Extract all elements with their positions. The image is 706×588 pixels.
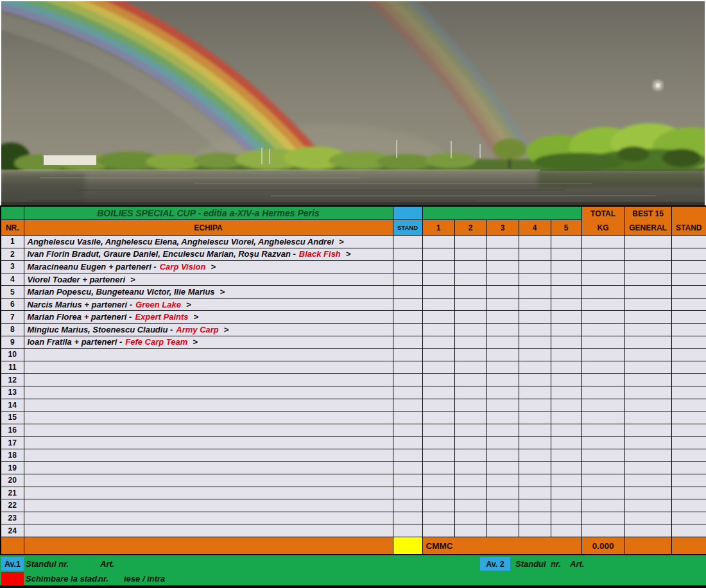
sector-3-cell[interactable] <box>486 349 519 361</box>
sector-4-cell[interactable] <box>519 298 551 311</box>
stand-cell[interactable] <box>393 386 422 399</box>
stand-cell[interactable] <box>393 248 422 261</box>
sector-5-cell[interactable] <box>551 512 581 524</box>
total-kg-cell[interactable] <box>581 437 624 449</box>
row-number-cell[interactable]: 16 <box>1 424 24 437</box>
total-kg-cell[interactable] <box>581 311 624 324</box>
sector-4-cell[interactable] <box>519 399 551 411</box>
team-name-cell[interactable]: Ioan Fratila + parteneri -Fefe Carp Team… <box>24 336 393 349</box>
sector-3-cell[interactable] <box>486 437 519 449</box>
sector-2-cell[interactable] <box>454 524 486 537</box>
stand2-cell[interactable] <box>671 462 706 474</box>
sector-3-cell[interactable] <box>486 374 519 386</box>
team-name-cell[interactable]: Marian Popescu, Bungeteanu Victor, Ilie … <box>24 286 393 298</box>
stand2-cell[interactable] <box>671 474 706 487</box>
stand-cell[interactable] <box>393 462 422 474</box>
best15-cell[interactable] <box>624 261 671 273</box>
summary-echipa-cell[interactable] <box>24 537 393 555</box>
best15-cell[interactable] <box>624 399 671 411</box>
row-number-cell[interactable]: 24 <box>1 524 24 537</box>
sector-4-cell[interactable] <box>519 411 551 424</box>
best15-cell[interactable] <box>624 437 671 449</box>
total-kg-cell[interactable] <box>581 399 624 411</box>
sector-1-cell[interactable] <box>422 374 454 386</box>
stand-cell[interactable] <box>393 512 422 524</box>
corner-cell[interactable] <box>1 206 24 220</box>
sector-2-cell[interactable] <box>454 411 486 424</box>
sector-5-cell[interactable] <box>551 349 581 361</box>
total-kg-cell[interactable] <box>581 487 624 499</box>
best15-cell[interactable] <box>624 361 671 374</box>
sector-5-cell[interactable] <box>551 474 581 487</box>
total-kg-cell[interactable] <box>581 336 624 349</box>
sector-3-cell[interactable] <box>486 499 519 512</box>
sector-4-cell[interactable] <box>519 487 551 499</box>
sector-2-cell[interactable] <box>454 399 486 411</box>
stand-cell[interactable] <box>393 474 422 487</box>
sector-1-cell[interactable] <box>422 311 454 324</box>
stand2-cell[interactable] <box>671 399 706 411</box>
col-header-stand[interactable]: STAND <box>393 220 422 236</box>
sector-2-cell[interactable] <box>454 236 486 248</box>
stand2-cell[interactable] <box>671 386 706 399</box>
sector-3-cell[interactable] <box>486 512 519 524</box>
sector-4-cell[interactable] <box>519 286 551 298</box>
sector-3-cell[interactable] <box>486 462 519 474</box>
sector-3-cell[interactable] <box>486 286 519 298</box>
sector-5-cell[interactable] <box>551 324 581 336</box>
av1-cell[interactable]: Av.1 <box>1 557 24 571</box>
team-name-cell[interactable]: Mingiuc Marius, Stoenescu Claudiu -Army … <box>24 324 393 336</box>
row-number-cell[interactable]: 10 <box>1 349 24 361</box>
team-name-cell[interactable] <box>24 399 393 411</box>
sector-1-cell[interactable] <box>422 424 454 437</box>
row-number-cell[interactable]: 15 <box>1 411 24 424</box>
total-kg-value[interactable]: 0.000 <box>581 537 624 555</box>
sector-1-cell[interactable] <box>422 286 454 298</box>
sector-3-cell[interactable] <box>486 487 519 499</box>
best15-cell[interactable] <box>624 512 671 524</box>
total-kg-cell[interactable] <box>581 424 624 437</box>
row-number-cell[interactable]: 13 <box>1 386 24 399</box>
sector-1-cell[interactable] <box>422 474 454 487</box>
stand2-cell[interactable] <box>671 524 706 537</box>
sector-2-cell[interactable] <box>454 336 486 349</box>
team-name-cell[interactable] <box>24 487 393 499</box>
stand2-cell[interactable] <box>671 374 706 386</box>
stand-cell[interactable] <box>393 298 422 311</box>
stand2-cell[interactable] <box>671 286 706 298</box>
sector-5-cell[interactable] <box>551 248 581 261</box>
sector-3-cell[interactable] <box>486 336 519 349</box>
total-kg-cell[interactable] <box>581 324 624 336</box>
best15-cell[interactable] <box>624 324 671 336</box>
stand2-cell[interactable] <box>671 349 706 361</box>
sector-5-cell[interactable] <box>551 273 581 286</box>
sector-5-cell[interactable] <box>551 499 581 512</box>
col-header-sector-3[interactable]: 3 <box>486 220 519 236</box>
stand-cell[interactable] <box>393 499 422 512</box>
sector-3-cell[interactable] <box>486 386 519 399</box>
sector-2-cell[interactable] <box>454 273 486 286</box>
sector-1-cell[interactable] <box>422 399 454 411</box>
row-number-cell[interactable]: 19 <box>1 462 24 474</box>
stand-cell[interactable] <box>393 424 422 437</box>
sector-2-cell[interactable] <box>454 437 486 449</box>
sector-3-cell[interactable] <box>486 474 519 487</box>
total-kg-cell[interactable] <box>581 411 624 424</box>
sector-4-cell[interactable] <box>519 273 551 286</box>
team-name-cell[interactable]: Anghelescu Vasile, Anghelescu Elena, Ang… <box>24 236 393 248</box>
col-header-stand-right[interactable]: STAND <box>671 206 706 236</box>
sector-5-cell[interactable] <box>551 399 581 411</box>
row-number-cell[interactable]: 14 <box>1 399 24 411</box>
sector-1-cell[interactable] <box>422 361 454 374</box>
sector-3-cell[interactable] <box>486 449 519 462</box>
row-number-cell[interactable]: 6 <box>1 298 24 311</box>
row-number-cell[interactable]: 11 <box>1 361 24 374</box>
sector-5-cell[interactable] <box>551 437 581 449</box>
row-number-cell[interactable]: 17 <box>1 437 24 449</box>
stand-cell[interactable] <box>393 336 422 349</box>
stand2-cell[interactable] <box>671 512 706 524</box>
change-stand-cell[interactable] <box>1 572 24 585</box>
sector-4-cell[interactable] <box>519 361 551 374</box>
sector-1-cell[interactable] <box>422 411 454 424</box>
stand2-cell[interactable] <box>671 273 706 286</box>
